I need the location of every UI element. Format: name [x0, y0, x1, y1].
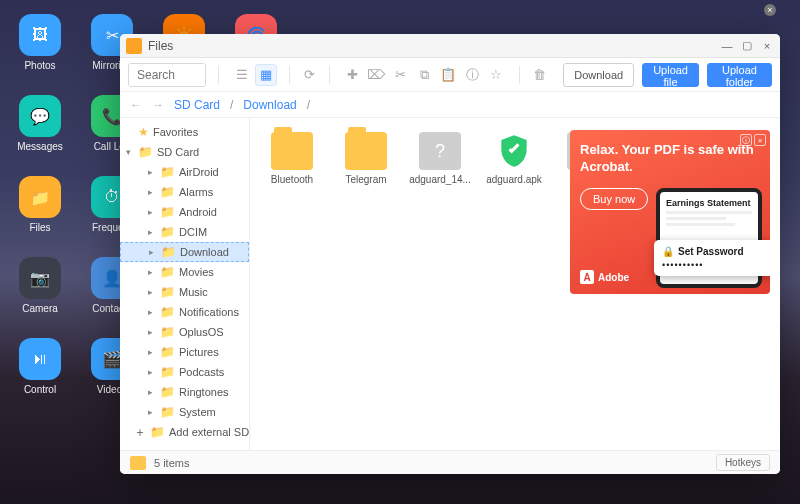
- sidebar-item-label: Ringtones: [179, 386, 229, 398]
- sidebar-item-label: Pictures: [179, 346, 219, 358]
- file-item[interactable]: Telegram: [338, 132, 394, 185]
- sidebar-item-alarms[interactable]: ▸📁Alarms: [120, 182, 249, 202]
- sidebar-item-dcim[interactable]: ▸📁DCIM: [120, 222, 249, 242]
- ad-cta-button[interactable]: Buy now: [580, 188, 648, 210]
- file-item[interactable]: ?adguard_14...: [412, 132, 468, 185]
- search-input[interactable]: [129, 64, 206, 86]
- files-window: Files — ▢ × 🔍 ☰ ▦ ⟳ ✚ ⌦ ✂ ⧉ 📋 ⓘ ☆ 🗑 Dow: [120, 34, 780, 474]
- folder-icon: [345, 132, 387, 170]
- sidebar-item-label: Movies: [179, 266, 214, 278]
- sidebar-item-label: OplusOS: [179, 326, 224, 338]
- desktop-col-1: 🖼Photos💬Messages📁Files📷Camera⏯Control: [12, 14, 68, 395]
- adobe-logo-icon: A: [580, 270, 594, 284]
- folder-icon: [271, 132, 313, 170]
- desktop-app-camera[interactable]: 📷Camera: [12, 257, 68, 314]
- files-app-icon: [126, 38, 142, 54]
- refresh-button[interactable]: ⟳: [302, 64, 317, 86]
- view-grid-button[interactable]: ▦: [255, 64, 277, 86]
- app-label: Messages: [17, 141, 63, 152]
- file-label: adguard_14...: [408, 174, 472, 185]
- sidebar-item-pictures[interactable]: ▸📁Pictures: [120, 342, 249, 362]
- sidebar-item-airdroid[interactable]: ▸📁AirDroid: [120, 162, 249, 182]
- info-button[interactable]: ⓘ: [461, 64, 483, 86]
- file-label: Telegram: [334, 174, 398, 185]
- desktop-app-control[interactable]: ⏯Control: [12, 338, 68, 395]
- file-item[interactable]: Bluetooth: [264, 132, 320, 185]
- upload-file-button[interactable]: Upload file: [642, 63, 699, 87]
- sidebar-item-podcasts[interactable]: ▸📁Podcasts: [120, 362, 249, 382]
- unknown-file-icon: ?: [419, 132, 461, 170]
- close-button[interactable]: ×: [760, 39, 774, 53]
- view-list-button[interactable]: ☰: [231, 64, 253, 86]
- app-icon: 💬: [19, 95, 61, 137]
- app-icon: 📷: [19, 257, 61, 299]
- rename-button[interactable]: ⌦: [365, 64, 387, 86]
- ad-headline: Relax. Your PDF is safe with Acrobat.: [580, 142, 760, 176]
- copy-button[interactable]: ⧉: [413, 64, 435, 86]
- sidebar-item-music[interactable]: ▸📁Music: [120, 282, 249, 302]
- desktop-app-photos[interactable]: 🖼Photos: [12, 14, 68, 71]
- sidebar-item-label: Android: [179, 206, 217, 218]
- file-item[interactable]: adguard.apk: [486, 132, 542, 185]
- cut-button[interactable]: ✂: [389, 64, 411, 86]
- ad-password-card: 🔒Set Password ••••••••••: [654, 240, 770, 276]
- file-label: Bluetooth: [260, 174, 324, 185]
- nav-forward-icon[interactable]: →: [152, 98, 164, 112]
- maximize-button[interactable]: ▢: [740, 39, 754, 53]
- app-icon: ⏯: [19, 338, 61, 380]
- sidebar-item-label: Music: [179, 286, 208, 298]
- sidebar-item-label: AirDroid: [179, 166, 219, 178]
- breadcrumb: ← → SD Card / Download /: [120, 92, 780, 118]
- breadcrumb-sdcard[interactable]: SD Card: [174, 98, 220, 112]
- status-folder-icon: [130, 456, 146, 470]
- minimize-button[interactable]: —: [720, 39, 734, 53]
- breadcrumb-download[interactable]: Download: [243, 98, 296, 112]
- new-button[interactable]: ✚: [341, 64, 363, 86]
- sidebar-item-android[interactable]: ▸📁Android: [120, 202, 249, 222]
- app-icon: 🖼: [19, 14, 61, 56]
- app-icon: 📁: [19, 176, 61, 218]
- window-title: Files: [148, 39, 173, 53]
- sidebar-sdcard[interactable]: ▾📁 SD Card: [120, 142, 249, 162]
- sidebar-add-label: Add external SD card: [169, 426, 250, 438]
- sidebar-sdcard-label: SD Card: [157, 146, 199, 158]
- sidebar-item-notifications[interactable]: ▸📁Notifications: [120, 302, 249, 322]
- sidebar-favorites[interactable]: ★ Favorites: [120, 122, 249, 142]
- desktop-app-files[interactable]: 📁Files: [12, 176, 68, 233]
- nav-back-icon[interactable]: ←: [130, 98, 142, 112]
- sidebar-item-label: Alarms: [179, 186, 213, 198]
- download-button[interactable]: Download: [563, 63, 634, 87]
- sidebar-item-label: Notifications: [179, 306, 239, 318]
- sidebar-item-label: System: [179, 406, 216, 418]
- star-button[interactable]: ☆: [485, 64, 507, 86]
- titlebar[interactable]: Files — ▢ ×: [120, 34, 780, 58]
- sidebar-item-ringtones[interactable]: ▸📁Ringtones: [120, 382, 249, 402]
- file-grid: BluetoothTelegram?adguard_14...adguard.a…: [250, 118, 780, 450]
- status-count: 5 items: [154, 457, 189, 469]
- ad-banner[interactable]: ⓘ× Relax. Your PDF is safe with Acrobat.…: [570, 130, 770, 294]
- app-label: Camera: [22, 303, 58, 314]
- sidebar-item-movies[interactable]: ▸📁Movies: [120, 262, 249, 282]
- sidebar-add-external[interactable]: ＋📁 Add external SD card: [120, 422, 249, 442]
- search-box: 🔍: [128, 63, 206, 87]
- app-label: Files: [29, 222, 50, 233]
- desktop-close-icon[interactable]: ×: [764, 4, 776, 16]
- sidebar-item-download[interactable]: ▸📁Download: [120, 242, 249, 262]
- desktop-app-messages[interactable]: 💬Messages: [12, 95, 68, 152]
- sidebar: ★ Favorites ▾📁 SD Card ▸📁AirDroid▸📁Alarm…: [120, 118, 250, 450]
- sidebar-item-oplusos[interactable]: ▸📁OplusOS: [120, 322, 249, 342]
- upload-folder-button[interactable]: Upload folder: [707, 63, 772, 87]
- sidebar-item-label: Podcasts: [179, 366, 224, 378]
- file-label: adguard.apk: [482, 174, 546, 185]
- ad-close-icon[interactable]: ⓘ×: [740, 134, 766, 146]
- lock-icon: 🔒: [662, 246, 674, 257]
- shield-check-icon: [493, 132, 535, 170]
- sidebar-item-label: Download: [180, 246, 229, 258]
- ad-brand: A Adobe: [580, 270, 629, 284]
- sidebar-item-label: DCIM: [179, 226, 207, 238]
- paste-button[interactable]: 📋: [437, 64, 459, 86]
- delete-button[interactable]: 🗑: [532, 64, 547, 86]
- breadcrumb-sep: /: [230, 98, 233, 112]
- sidebar-item-system[interactable]: ▸📁System: [120, 402, 249, 422]
- hotkeys-button[interactable]: Hotkeys: [716, 454, 770, 471]
